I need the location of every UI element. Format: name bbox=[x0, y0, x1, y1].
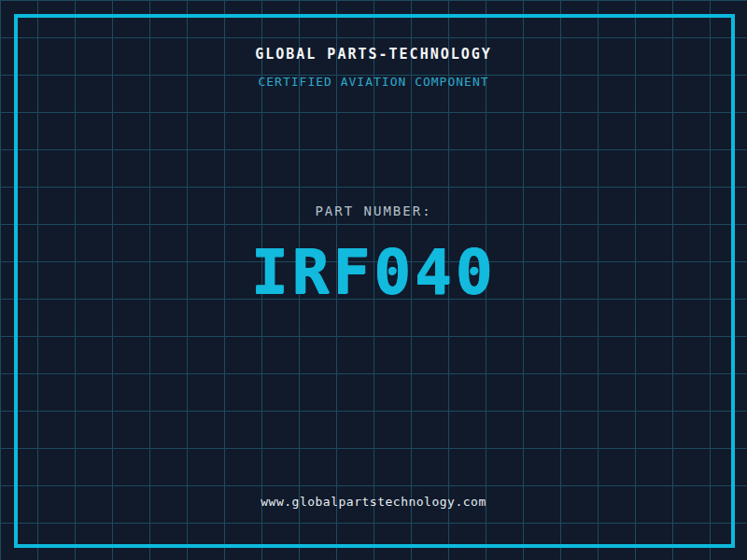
part-number-label: PART NUMBER: bbox=[0, 203, 747, 218]
part-number-value: IRF040 bbox=[0, 239, 747, 306]
website-url: www.globalpartstechnology.com bbox=[0, 495, 747, 509]
brand-tagline: CERTIFIED AVIATION COMPONENT bbox=[0, 75, 747, 89]
brand-title: GLOBAL PARTS-TECHNOLOGY bbox=[0, 46, 747, 63]
blueprint-card: GLOBAL PARTS-TECHNOLOGY CERTIFIED AVIATI… bbox=[0, 0, 747, 560]
